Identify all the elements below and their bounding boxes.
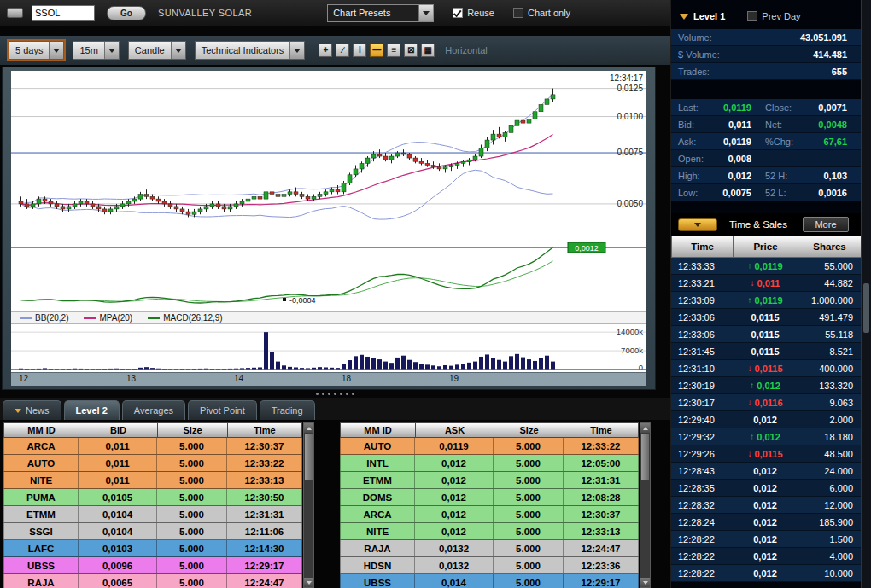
time-sales-row[interactable]: 12:29:400,0122.000 — [671, 411, 861, 428]
level2-column-header[interactable]: BID — [79, 422, 157, 438]
ts-column-header[interactable]: Time — [671, 236, 733, 258]
scroll-up-icon[interactable] — [640, 423, 650, 433]
prev-day-checkbox[interactable]: Prev Day — [747, 11, 800, 21]
price-chart[interactable]: 0,0012-0,00040,01250,01000,00750,005012:… — [11, 71, 646, 311]
trade-price: 0,012 — [733, 500, 798, 510]
level2-row[interactable]: NITE0,0115.00012:33:13 — [3, 472, 302, 489]
symbol-input[interactable] — [32, 5, 95, 21]
scrollbar-thumb[interactable] — [641, 434, 649, 480]
scroll-up-icon[interactable] — [304, 423, 313, 433]
level2-column-header[interactable]: ASK — [415, 422, 494, 438]
tab-pivot-point[interactable]: Pivot Point — [188, 400, 257, 420]
level2-row[interactable]: UBSS0,00965.00012:29:17 — [3, 557, 302, 574]
time-sales-row[interactable]: 12:29:32↑0,01218.180 — [671, 428, 861, 445]
go-button[interactable]: Go — [107, 6, 146, 20]
level2-row[interactable]: ETMM0,01045.00012:31:31 — [3, 506, 302, 523]
level2-row[interactable]: SSGI0,01045.00012:11:06 — [3, 523, 302, 540]
quote-label: Bid: — [671, 119, 709, 130]
mm-id: ARCA — [3, 438, 79, 454]
time-sales-row[interactable]: 12:31:10↓0,0115400.000 — [671, 360, 861, 377]
chart-only-checkbox[interactable]: Chart only — [513, 8, 570, 18]
time-sales-row[interactable]: 12:28:220,0124.000 — [671, 548, 861, 565]
level2-row[interactable]: AUTO0,0115.00012:33:22 — [3, 455, 302, 472]
time-sales-row[interactable]: 12:31:450,01158.521 — [671, 343, 861, 360]
grid-tool-icon[interactable]: ▦ — [421, 44, 435, 57]
time-sales-scrollbar[interactable] — [861, 0, 871, 588]
chart-presets-dropdown[interactable]: Chart Presets — [327, 4, 434, 22]
time-sales-row[interactable]: 12:28:220,01210.000 — [671, 565, 861, 582]
level1-collapse-icon[interactable] — [680, 14, 688, 20]
time-sales-row[interactable]: 12:29:26↓0,011548.500 — [671, 445, 861, 463]
more-button[interactable]: More — [803, 217, 849, 232]
level2-row[interactable]: LAFC0,01035.00012:14:30 — [3, 540, 302, 557]
scroll-down-icon[interactable] — [640, 578, 650, 587]
add-indicator-icon[interactable]: + — [319, 44, 332, 57]
level2-row[interactable]: ARCA0,0115.00012:30:37 — [3, 438, 302, 455]
size: 5.000 — [157, 557, 227, 573]
size: 5.000 — [157, 506, 227, 522]
range-dropdown[interactable]: 5 days — [9, 41, 64, 60]
time-sales-row[interactable]: 12:28:320,01212.000 — [671, 497, 861, 514]
scroll-down-icon[interactable] — [304, 578, 313, 587]
tab-level-2[interactable]: Level 2 — [64, 400, 120, 420]
price-chart-area[interactable]: 0,0012-0,00040,01250,01000,00750,005012:… — [11, 71, 646, 311]
scrollbar-thumb[interactable] — [305, 434, 313, 480]
level2-row[interactable]: ARCA0,0125.00012:30:37 — [340, 506, 639, 523]
time-sales-row[interactable]: 12:33:09↑0,01191.000.000 — [671, 292, 861, 309]
time-sales-row[interactable]: 12:33:21↓0,01144.882 — [671, 275, 861, 292]
time-sales-row[interactable]: 12:30:19↑0,012133.320 — [671, 377, 861, 394]
trade-price: ↓0,0116 — [733, 398, 798, 408]
level2-column-header[interactable]: MM ID — [3, 422, 79, 438]
volume-chart[interactable]: 14000k7000k0 — [11, 324, 646, 372]
time-sales-row[interactable]: 12:33:060,0115491.479 — [671, 309, 861, 326]
level2-row[interactable]: HDSN0,01325.00012:23:36 — [340, 557, 639, 574]
time-sales-row[interactable]: 12:28:430,01224.000 — [671, 463, 861, 480]
level2-row[interactable]: ETMM0,0125.00012:31:31 — [340, 472, 639, 489]
interval-dropdown[interactable]: 15m — [73, 41, 119, 60]
level2-row[interactable]: INTL0,0125.00012:05:00 — [340, 455, 639, 472]
time-sales-row[interactable]: 12:28:350,0126.000 — [671, 480, 861, 497]
level2-column-header[interactable]: Time — [227, 422, 302, 438]
ts-column-header[interactable]: Shares — [798, 236, 862, 258]
time-sales-row[interactable]: 12:30:17↓0,01169.063 — [671, 394, 861, 411]
ts-column-header[interactable]: Price — [733, 236, 798, 258]
time-sales-row[interactable]: 12:28:220,0121.500 — [671, 531, 861, 548]
time-sales-row[interactable]: 12:33:060,011555.118 — [671, 326, 861, 343]
time-sales-row[interactable]: 12:33:33↑0,011955.000 — [671, 258, 861, 275]
time-sales-dropdown-button[interactable] — [678, 218, 717, 231]
line-draw-icon[interactable]: ∕ — [336, 44, 349, 57]
technical-indicators-dropdown[interactable]: Technical Indicators — [195, 41, 306, 60]
cursor-tool-icon[interactable]: I — [353, 44, 366, 57]
level1-quote-row: High:0,01252 H:0,103 — [671, 167, 861, 184]
level2-column-header[interactable]: Size — [494, 422, 564, 438]
list-tool-icon[interactable]: ≡ — [387, 44, 400, 57]
window-menu-icon[interactable] — [7, 8, 23, 18]
level2-column-header[interactable]: MM ID — [340, 422, 415, 438]
price: 0,0132 — [415, 557, 494, 573]
level2-column-header[interactable]: Size — [157, 422, 227, 438]
horizontal-line-tool-icon[interactable]: — — [370, 44, 383, 57]
level2-column-header[interactable]: Time — [564, 422, 639, 438]
level2-row[interactable]: UBSS0,0145.00012:29:17 — [340, 574, 639, 588]
remove-drawing-icon[interactable]: ⊠ — [404, 44, 418, 57]
reuse-checkbox[interactable]: Reuse — [453, 8, 494, 18]
volume-chart-area[interactable]: 14000k7000k0 — [11, 324, 646, 372]
level2-row[interactable]: RAJA0,01325.00012:24:47 — [340, 540, 639, 557]
time-sales-row[interactable]: 12:28:240,012185.900 — [671, 514, 861, 531]
stat-label: Volume: — [671, 32, 712, 43]
level2-row[interactable]: RAJA0,00655.00012:24:47 — [3, 574, 302, 588]
level2-row[interactable]: DOMS0,0125.00012:08:28 — [340, 489, 639, 506]
level2-row[interactable]: AUTO0,01195.00012:33:22 — [340, 438, 639, 455]
trade-price: ↓0,011 — [733, 278, 798, 288]
level2-row[interactable]: NITE0,0125.00012:33:13 — [340, 523, 639, 540]
bid-table-scrollbar[interactable] — [303, 422, 314, 588]
size: 5.000 — [494, 506, 564, 522]
scrollbar-thumb[interactable] — [863, 283, 869, 333]
tab-averages[interactable]: Averages — [122, 400, 185, 420]
level2-row[interactable]: PUMA0,01055.00012:30:50 — [3, 489, 302, 506]
chart-style-dropdown[interactable]: Candle — [128, 41, 186, 60]
tab-news[interactable]: News — [3, 400, 61, 420]
panel-splitter[interactable] — [0, 390, 670, 398]
tab-trading[interactable]: Trading — [260, 400, 315, 420]
ask-table-scrollbar[interactable] — [640, 422, 651, 588]
